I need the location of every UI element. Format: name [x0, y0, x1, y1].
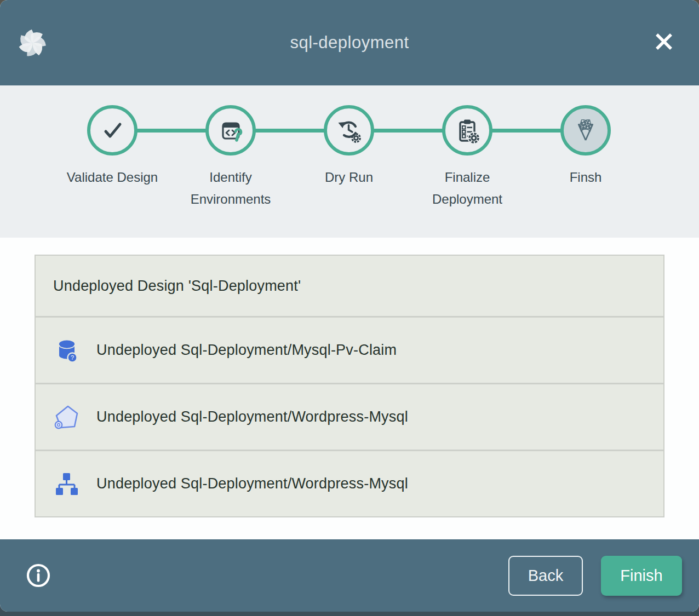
step-validate-design[interactable]: Validate Design: [53, 105, 171, 210]
checkmark-icon: [99, 117, 125, 143]
step-label: Finalize Deployment: [412, 166, 522, 210]
finish-button[interactable]: Finish: [601, 556, 682, 596]
step-label: Finsh: [570, 166, 602, 188]
info-circle-icon: [26, 563, 51, 588]
step-circle: [324, 105, 374, 156]
sql-deployment-dialog: sql-deployment Validate Design: [0, 0, 699, 612]
step-circle: [442, 105, 492, 156]
status-row-wordpress-mysql-pod: Undeployed Sql-Deployment/Wordpress-Mysq…: [36, 383, 663, 450]
status-row-wordpress-mysql-topology: Undeployed Sql-Deployment/Wordpress-Mysq…: [36, 450, 663, 516]
wizard-stepper: Validate Design Identify Environments: [0, 85, 699, 238]
status-text: Undeployed Design 'Sql-Deployment': [53, 278, 301, 295]
checkered-flags-icon: [571, 116, 600, 145]
status-message-panel: Undeployed Design 'Sql-Deployment' ? Und…: [35, 255, 664, 517]
status-text: Undeployed Sql-Deployment/Wordpress-Mysq…: [96, 408, 408, 425]
step-circle-active: [560, 105, 611, 156]
checklist-gear-icon: [454, 117, 480, 143]
back-button[interactable]: Back: [508, 556, 583, 596]
database-question-icon: ?: [54, 337, 80, 364]
status-text: Undeployed Sql-Deployment/Mysql-Pv-Claim: [96, 342, 397, 359]
info-button[interactable]: [26, 563, 51, 588]
status-row-design: Undeployed Design 'Sql-Deployment': [36, 256, 663, 316]
status-row-mysql-pv-claim: ? Undeployed Sql-Deployment/Mysql-Pv-Cla…: [36, 316, 663, 383]
svg-text:?: ?: [71, 354, 74, 361]
step-finish[interactable]: Finsh: [526, 105, 645, 210]
sync-gear-icon: [336, 117, 362, 143]
topology-tree-icon: [54, 471, 80, 497]
pod-pentagon-icon: [54, 404, 80, 430]
close-icon: [653, 31, 675, 53]
step-label: Identify Environments: [176, 166, 285, 210]
status-text: Undeployed Sql-Deployment/Wordpress-Mysq…: [96, 475, 408, 492]
step-finalize-deployment[interactable]: Finalize Deployment: [408, 105, 526, 210]
dialog-title: sql-deployment: [0, 33, 699, 53]
step-identify-environments[interactable]: Identify Environments: [171, 105, 290, 210]
dialog-header: sql-deployment: [0, 0, 699, 85]
step-circle: [87, 105, 137, 156]
step-label: Dry Run: [325, 166, 373, 188]
step-dry-run[interactable]: Dry Run: [290, 105, 408, 210]
step-label: Validate Design: [67, 166, 158, 188]
close-button[interactable]: [652, 30, 676, 54]
dialog-footer: Back Finish: [0, 539, 699, 612]
dialog-content: Undeployed Design 'Sql-Deployment' ? Und…: [0, 238, 699, 539]
code-window-wrench-icon: [217, 117, 244, 143]
step-circle: [205, 105, 256, 156]
